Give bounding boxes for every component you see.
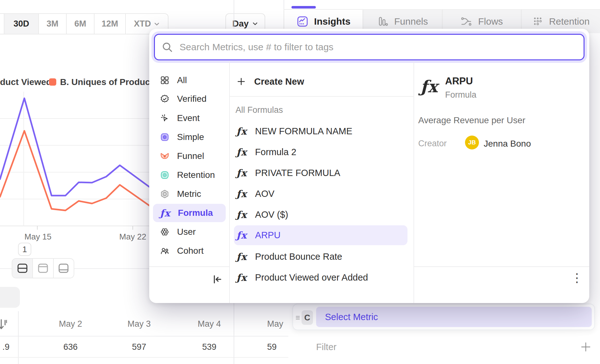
tab-retention-label: Retention bbox=[549, 16, 590, 27]
sidebar-item-label: Metric bbox=[177, 189, 201, 199]
add-filter-icon[interactable] bbox=[580, 342, 591, 352]
formula-fx-icon: ƒx bbox=[236, 167, 247, 179]
chart-series-a-line bbox=[0, 98, 152, 196]
x-axis-tick-may22: May 22 bbox=[111, 232, 155, 242]
sidebar-item-cohort[interactable]: Cohort bbox=[153, 242, 226, 260]
sidebar-item-formula[interactable]: ƒx Formula bbox=[153, 204, 226, 222]
range-xtd-label: XTD bbox=[134, 19, 151, 29]
sidebar-item-label: Simple bbox=[177, 132, 204, 142]
sidebar-item-simple[interactable]: Simple bbox=[153, 128, 226, 146]
formula-list-item[interactable]: ƒx Product Viewed over Added bbox=[234, 268, 407, 287]
sidebar-item-verified[interactable]: Verified bbox=[153, 90, 226, 108]
simple-metric-icon bbox=[160, 132, 169, 142]
layout-bottom-button[interactable] bbox=[54, 259, 74, 278]
funnel-metric-icon bbox=[160, 151, 169, 161]
search-icon bbox=[162, 41, 174, 53]
layout-top-button[interactable] bbox=[33, 259, 53, 278]
layout-bottom-icon bbox=[58, 263, 70, 274]
plus-icon bbox=[236, 77, 246, 86]
sidebar-item-label: Event bbox=[177, 113, 200, 123]
formula-list-item[interactable]: ƒx Formula 2 bbox=[234, 143, 407, 161]
detail-type-label: Formula bbox=[445, 90, 476, 100]
active-tab-indicator bbox=[291, 6, 316, 9]
table-cell: 597 bbox=[111, 342, 168, 352]
sidebar-item-funnel[interactable]: Funnel bbox=[153, 147, 226, 165]
range-button-30d[interactable]: 30D bbox=[4, 14, 39, 34]
flows-icon bbox=[460, 15, 472, 27]
table-header-cropped[interactable]: May bbox=[267, 319, 288, 329]
filter-section-label: Filter bbox=[316, 342, 336, 352]
creator-label: Creator bbox=[418, 139, 447, 149]
formula-item-label: AOV bbox=[255, 189, 274, 199]
formula-list-item[interactable]: ƒx AOV bbox=[234, 184, 407, 203]
formula-item-label: Product Bounce Rate bbox=[255, 252, 342, 262]
sidebar-item-label: Verified bbox=[177, 94, 206, 104]
range-button-cropped[interactable] bbox=[0, 14, 4, 34]
formula-item-label: PRIVATE FORMULA bbox=[255, 168, 340, 178]
cohort-people-icon bbox=[160, 246, 169, 256]
legend-series-a-label[interactable]: duct Viewed bbox=[0, 77, 52, 87]
table-header-may4[interactable]: May 4 bbox=[181, 319, 238, 329]
retention-icon bbox=[532, 16, 543, 27]
formula-fx-icon: ƒx bbox=[236, 230, 247, 241]
avatar: JB bbox=[465, 136, 479, 149]
pagination-page-button[interactable]: 1 bbox=[18, 243, 31, 256]
sidebar-item-user[interactable]: User bbox=[153, 223, 226, 241]
detail-title: ARPU bbox=[445, 76, 473, 87]
range-button-6m[interactable]: 6M bbox=[67, 14, 95, 34]
chevron-down-icon bbox=[252, 21, 258, 27]
tab-funnels-label: Funnels bbox=[394, 16, 428, 27]
formula-list-item[interactable]: ƒx NEW FORMULA NAME bbox=[234, 122, 407, 141]
formula-fx-icon-large: ƒx bbox=[420, 77, 438, 96]
date-range-group: 30D 3M 6M 12M XTD bbox=[0, 13, 168, 34]
drag-handle-icon[interactable] bbox=[295, 314, 301, 321]
collapse-sidebar-icon[interactable] bbox=[211, 273, 223, 285]
app-screen: 30D 3M 6M 12M XTD Day duct Viewed B. Uni… bbox=[0, 0, 600, 364]
clause-letter-badge: C bbox=[302, 310, 313, 325]
formula-fx-icon: ƒx bbox=[236, 188, 247, 199]
table-header-may3[interactable]: May 3 bbox=[111, 319, 168, 329]
search-field-wrap bbox=[154, 34, 585, 60]
tab-flows-label: Flows bbox=[478, 16, 503, 27]
x-axis-tick-may15: May 15 bbox=[16, 232, 60, 242]
grid-all-icon bbox=[160, 76, 169, 85]
formula-fx-icon: ƒx bbox=[236, 209, 247, 220]
sidebar-item-label: Retention bbox=[177, 170, 215, 180]
formula-fx-icon: ƒx bbox=[236, 126, 247, 137]
event-cursor-icon bbox=[160, 113, 169, 123]
create-new-button[interactable]: Create New bbox=[234, 72, 405, 91]
formula-list-item[interactable]: ƒx PRIVATE FORMULA bbox=[234, 163, 407, 182]
creator-name: Jenna Bono bbox=[484, 139, 531, 149]
layout-split-button[interactable] bbox=[12, 259, 33, 278]
select-metric-button[interactable]: Select Metric bbox=[316, 307, 592, 327]
formula-list-item[interactable]: ƒx AOV ($) bbox=[234, 205, 407, 224]
chart-series-b-line bbox=[0, 131, 152, 210]
table-cell: 636 bbox=[42, 342, 99, 352]
cropped-series-pill bbox=[0, 287, 20, 308]
formula-item-label: AOV ($) bbox=[255, 209, 288, 220]
sidebar-item-all[interactable]: All bbox=[153, 71, 226, 89]
layout-top-icon bbox=[37, 263, 49, 274]
tab-insights-label: Insights bbox=[314, 16, 351, 27]
formula-list-item-selected[interactable]: ƒx ARPU bbox=[234, 225, 407, 245]
select-metric-label: Select Metric bbox=[325, 312, 378, 322]
sidebar-item-retention[interactable]: Retention bbox=[153, 166, 226, 184]
sidebar-item-event[interactable]: Event bbox=[153, 109, 226, 127]
verified-badge-icon bbox=[160, 94, 169, 104]
chevron-down-icon bbox=[154, 21, 160, 27]
metric-picker-modal: All Verified Event Simple bbox=[149, 29, 589, 303]
table-header-may2[interactable]: May 2 bbox=[42, 319, 99, 329]
range-button-12m[interactable]: 12M bbox=[95, 14, 126, 34]
formula-list-item[interactable]: ƒx Product Bounce Rate bbox=[234, 247, 407, 266]
sidebar-item-label: User bbox=[177, 227, 196, 237]
formula-item-label: Formula 2 bbox=[255, 147, 297, 157]
metric-clause-row: C Select Metric bbox=[292, 304, 595, 330]
kebab-menu-icon[interactable]: ⋮ bbox=[569, 271, 585, 285]
sort-icon[interactable] bbox=[0, 318, 7, 332]
sidebar-item-metric[interactable]: Metric bbox=[153, 185, 226, 203]
create-new-label: Create New bbox=[254, 76, 304, 87]
sidebar-item-label: All bbox=[177, 75, 187, 85]
range-button-3m[interactable]: 3M bbox=[39, 14, 67, 34]
search-input[interactable] bbox=[154, 34, 585, 60]
formula-item-label: Product Viewed over Added bbox=[255, 272, 368, 283]
